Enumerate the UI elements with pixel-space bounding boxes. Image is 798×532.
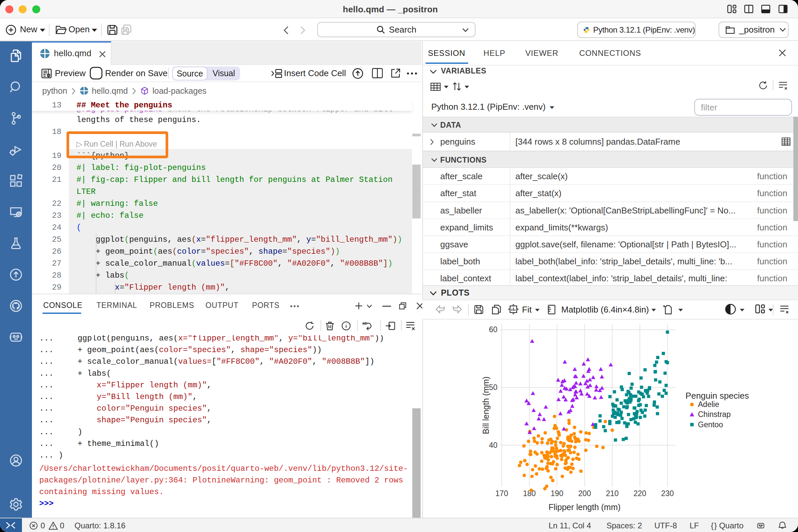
svg-text:ab: ab xyxy=(362,321,367,326)
svg-text:Gentoo: Gentoo xyxy=(698,420,723,429)
svg-text:190: 190 xyxy=(551,489,563,498)
svg-text:210: 210 xyxy=(606,489,619,498)
svg-text:220: 220 xyxy=(633,489,646,498)
svg-text:40: 40 xyxy=(489,441,497,450)
svg-text:200: 200 xyxy=(578,489,591,498)
svg-text:230: 230 xyxy=(661,489,673,498)
svg-text:Flipper length (mm): Flipper length (mm) xyxy=(549,502,621,512)
svg-text:180: 180 xyxy=(523,489,536,498)
svg-text:Chinstrap: Chinstrap xyxy=(698,410,730,419)
svg-text:Adelie: Adelie xyxy=(698,400,719,408)
svg-text:60: 60 xyxy=(489,325,497,334)
svg-text:170: 170 xyxy=(495,489,508,498)
svg-text:Penguin species: Penguin species xyxy=(686,391,749,401)
svg-text:Bill length (mm): Bill length (mm) xyxy=(481,376,491,434)
